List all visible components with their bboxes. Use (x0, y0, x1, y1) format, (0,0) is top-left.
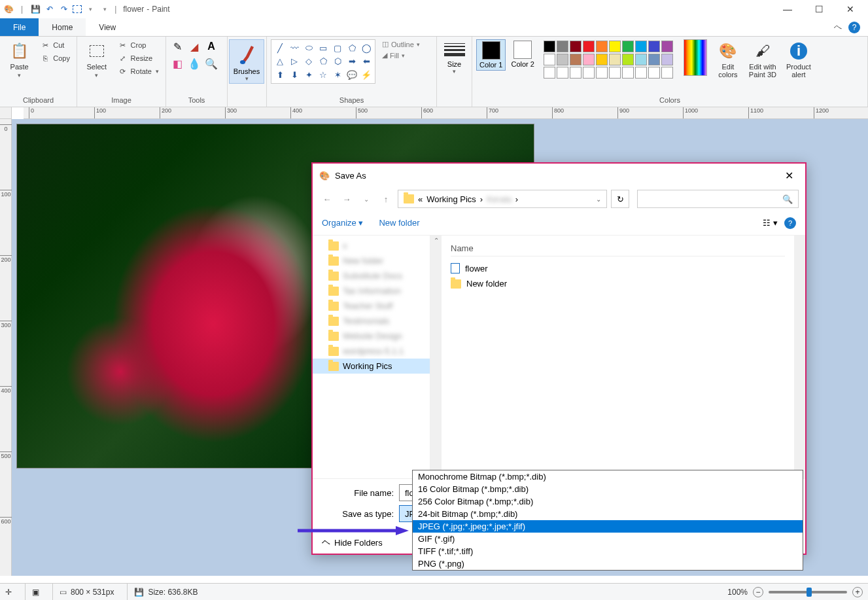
color-swatch[interactable] (609, 54, 621, 65)
tree-item[interactable]: New folder (313, 253, 430, 268)
zoom-in-button[interactable]: + (852, 587, 863, 597)
tree-item[interactable]: Teacher Stuff (313, 298, 430, 313)
tree-item[interactable]: wordpress-5.1.1 (313, 344, 430, 359)
pencil-tool[interactable]: ✎ (170, 39, 184, 54)
copy-button[interactable]: ⎘Copy (37, 52, 73, 64)
color-swatch[interactable] (648, 41, 660, 52)
qat-overflow-icon[interactable]: ▾ (99, 3, 111, 15)
color-swatch[interactable] (557, 54, 568, 65)
dropdown-option[interactable]: 256 Color Bitmap (*.bmp;*.dib) (413, 495, 803, 508)
color2-button[interactable]: Color 2 (508, 39, 536, 69)
color-swatch[interactable] (661, 54, 673, 65)
color-swatch[interactable] (583, 54, 595, 65)
tree-item[interactable]: Testimonials (313, 313, 430, 328)
organize-button[interactable]: Organize ▾ (322, 218, 363, 228)
outline-button[interactable]: ◫Outline▾ (381, 39, 421, 49)
minimize-button[interactable]: — (779, 4, 796, 14)
collapse-ribbon-icon[interactable]: へ (834, 22, 842, 33)
tree-scrollbar[interactable]: ⌃⌄ (430, 236, 442, 478)
color-swatch[interactable] (570, 54, 582, 65)
edit-colors-button[interactable]: 🎨 Edit colors (714, 39, 742, 80)
dropdown-option[interactable]: JPEG (*.jpg;*.jpeg;*.jpe;*.jfif) (413, 520, 803, 533)
savetype-dropdown-list[interactable]: Monochrome Bitmap (*.bmp;*.dib)16 Color … (412, 470, 803, 571)
close-button[interactable]: ✕ (842, 4, 859, 14)
file-item[interactable]: flower (451, 260, 785, 276)
color1-button[interactable]: Color 1 (476, 39, 506, 71)
help-icon[interactable]: ? (848, 22, 860, 33)
nav-up-button[interactable]: ↑ (378, 194, 394, 204)
dropdown-option[interactable]: Monochrome Bitmap (*.bmp;*.dib) (413, 470, 803, 483)
color-swatch[interactable] (544, 67, 555, 79)
paint3d-button[interactable]: 🖌 Edit with Paint 3D (745, 39, 780, 80)
crop-button[interactable]: ✂Crop (115, 39, 162, 51)
save-icon[interactable]: 💾 (29, 3, 41, 15)
name-column-header[interactable]: Name (451, 241, 785, 256)
dropdown-option[interactable]: TIFF (*.tif;*.tiff) (413, 545, 803, 557)
color-swatch[interactable] (635, 67, 647, 79)
color-swatch[interactable] (622, 67, 634, 79)
tree-item[interactable]: x (313, 238, 430, 253)
dropdown-option[interactable]: 24-bit Bitmap (*.bmp;*.dib) (413, 508, 803, 520)
nav-recent-button[interactable]: ⌄ (358, 196, 374, 203)
view-options-button[interactable]: ☷ ▾ (763, 218, 778, 228)
color-swatch[interactable] (583, 41, 595, 52)
home-tab[interactable]: Home (39, 18, 86, 36)
color-swatch[interactable] (544, 41, 555, 52)
color-swatch[interactable] (635, 41, 647, 52)
color-swatch[interactable] (609, 67, 621, 79)
resize-button[interactable]: ⤢Resize (115, 52, 162, 64)
color-swatch[interactable] (544, 54, 555, 65)
list-scrollbar[interactable]: ‹ (794, 236, 805, 478)
fill-button[interactable]: ◢Fill▾ (381, 50, 421, 60)
view-tab[interactable]: View (86, 18, 129, 36)
nav-back-button[interactable]: ← (319, 194, 335, 204)
undo-icon[interactable]: ↶ (44, 3, 56, 15)
zoom-slider[interactable] (769, 591, 847, 593)
color-swatch[interactable] (661, 41, 673, 52)
folder-tree[interactable]: xNew folderSubstitute DocsTax Informatio… (313, 236, 430, 478)
magnify-tool[interactable]: 🔍 (204, 56, 218, 71)
color-swatch[interactable] (635, 54, 647, 65)
maximize-button[interactable]: ☐ (810, 4, 827, 14)
dropdown-option[interactable]: PNG (*.png) (413, 557, 803, 570)
file-tab[interactable]: File (0, 18, 39, 36)
product-alert-button[interactable]: i Product alert (783, 39, 814, 80)
dropdown-option[interactable]: 16 Color Bitmap (*.bmp;*.dib) (413, 483, 803, 495)
chevron-down-icon[interactable]: ⌄ (596, 196, 601, 203)
dialog-help-button[interactable]: ? (784, 217, 796, 229)
breadcrumb[interactable]: « Working Pics› Kerala› ⌄ (398, 190, 607, 208)
color-swatch[interactable] (596, 41, 608, 52)
brushes-button[interactable]: Brushes ▾ (229, 39, 264, 84)
paste-button[interactable]: 📋 Paste ▾ (4, 39, 35, 80)
color-swatch[interactable] (570, 67, 582, 79)
color-swatch[interactable] (557, 67, 568, 79)
qat-dropdown-icon[interactable]: ▾ (84, 3, 96, 15)
tree-item[interactable]: Website Design (313, 328, 430, 344)
select-button[interactable]: Select ▾ (81, 39, 113, 80)
color-swatch[interactable] (622, 54, 634, 65)
zoom-out-button[interactable]: − (753, 587, 763, 597)
color-swatch[interactable] (570, 41, 582, 52)
cut-button[interactable]: ✂Cut (37, 39, 73, 51)
dropdown-option[interactable]: GIF (*.gif) (413, 533, 803, 545)
color-swatch[interactable] (648, 67, 660, 79)
qat-select-icon[interactable] (73, 5, 82, 13)
nav-forward-button[interactable]: → (339, 194, 355, 204)
size-button[interactable]: Size ▾ (441, 39, 468, 75)
text-tool[interactable]: A (204, 39, 218, 54)
color-swatch[interactable] (661, 67, 673, 79)
fill-tool[interactable]: ◢ (187, 39, 201, 54)
refresh-button[interactable]: ↻ (611, 190, 629, 208)
search-input[interactable]: 🔍 (637, 190, 799, 208)
color-palette[interactable] (544, 41, 673, 79)
color-swatch[interactable] (583, 67, 595, 79)
color-swatch[interactable] (622, 41, 634, 52)
picker-tool[interactable]: 💧 (187, 56, 201, 71)
dialog-close-button[interactable]: ✕ (780, 169, 799, 182)
tree-item[interactable]: Tax Information (313, 283, 430, 298)
redo-icon[interactable]: ↷ (58, 3, 70, 15)
color-swatch[interactable] (557, 41, 568, 52)
shapes-gallery[interactable]: ╱〰⬭▭▢⬠◯ △▷◇⬠⬡➡⬅ ⬆⬇✦☆✶💬⚡ (271, 39, 375, 84)
rotate-button[interactable]: ⟳Rotate▾ (115, 65, 162, 77)
color-swatch[interactable] (596, 67, 608, 79)
